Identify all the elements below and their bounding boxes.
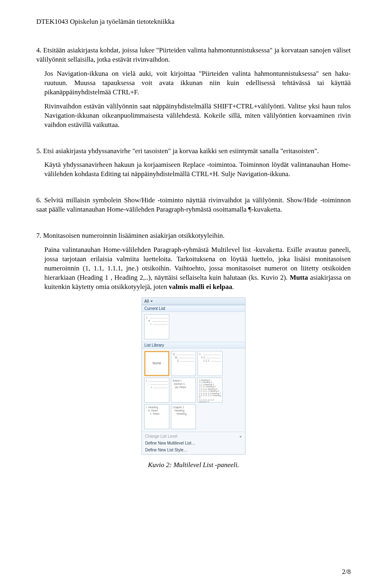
multilevel-list-panel: All Current List 1. a. i. List Library N… bbox=[141, 297, 246, 455]
panel-menu: Change List Level ▸ Define New Multileve… bbox=[142, 432, 245, 454]
panel-top-row[interactable]: All bbox=[142, 298, 245, 305]
list-item-4: 4. Etsitään asiakirjasta kohdat, joissa … bbox=[36, 46, 351, 130]
item-number: 7. bbox=[36, 232, 42, 239]
list-item-5: 5. Etsi asiakirjasta yhdyssanavirhe "eri… bbox=[36, 147, 351, 179]
opt-line: ▪ bbox=[151, 386, 152, 389]
opt-line: a. bbox=[148, 319, 151, 322]
document-page: DTEK1043 Opiskelun ja työelämän tietotek… bbox=[0, 0, 387, 588]
opt-line: 1. bbox=[146, 316, 148, 319]
list-option[interactable]: I. Heading A. Head 1. Head bbox=[144, 404, 169, 429]
section-list-library: List Library bbox=[142, 342, 245, 349]
item-7-p1: Monitasoisen numeroinnin lisääminen asia… bbox=[43, 232, 225, 239]
opt-line: 1) bbox=[173, 353, 175, 356]
list-option[interactable]: Chapter 1 Heading Heading bbox=[171, 404, 196, 429]
opt-line: I. Heading bbox=[146, 406, 158, 409]
opt-line: 1.1. bbox=[201, 356, 206, 359]
all-label: All bbox=[144, 299, 149, 303]
opt-line: Chapter 1 bbox=[173, 406, 184, 409]
opt-line: a) bbox=[175, 356, 177, 359]
item-7-p2b: Mutta bbox=[290, 274, 308, 281]
list-option[interactable]: Article I. Section 1. (a) Headi bbox=[171, 378, 196, 403]
list-option-none[interactable]: None bbox=[144, 351, 169, 376]
opt-line: • bbox=[146, 379, 147, 382]
item-number: 6. bbox=[36, 196, 42, 204]
opt-line: ◦ bbox=[148, 382, 149, 386]
opt-line: i. bbox=[151, 322, 152, 326]
opt-line: Heading bbox=[177, 412, 187, 416]
list-option[interactable]: 1) a) i) bbox=[171, 351, 196, 376]
chevron-right-icon: ▸ bbox=[240, 434, 242, 438]
item-5-p2: Käytä yhdyssanavirheen hakuun ja korjaam… bbox=[44, 160, 351, 179]
item-4-p2: Jos Navigation-ikkuna on vielä auki, voi… bbox=[44, 69, 351, 97]
opt-line: 1.1.1.1.1.1.1.1.1 Heading 9 bbox=[199, 399, 221, 403]
item-7-p2e: . bbox=[232, 283, 234, 291]
menu-change-list-level: Change List Level ▸ bbox=[142, 433, 245, 440]
list-item-6: 6. Selvitä millaisin symbolein Show/Hide… bbox=[36, 196, 351, 214]
list-option[interactable]: 1. 1.1. 1.1.1. bbox=[198, 351, 223, 376]
item-4-p1: Etsitään asiakirjasta kohdat, joissa luk… bbox=[36, 46, 351, 63]
section-current-list: Current List bbox=[142, 305, 245, 312]
item-7-p2d: valmis malli ei kelpaa bbox=[169, 283, 232, 291]
figure-caption: Kuvio 2: Multilevel List -paneeli. bbox=[36, 461, 351, 469]
opt-line: 1.1.1. bbox=[203, 359, 210, 362]
chevron-down-icon bbox=[150, 301, 153, 302]
opt-line: i) bbox=[177, 359, 179, 362]
opt-line: 1. Head bbox=[150, 412, 159, 416]
list-library-grid: None 1) a) i) 1. 1.1. 1.1.1. • ◦ ▪ bbox=[142, 349, 245, 432]
menu-define-new-list-style[interactable]: Define New List Style… bbox=[142, 447, 245, 453]
current-list-option[interactable]: 1. a. i. bbox=[144, 314, 169, 339]
page-number: 2/8 bbox=[342, 568, 351, 576]
none-label: None bbox=[152, 361, 161, 366]
opt-line: Article I. bbox=[173, 379, 182, 382]
list-option[interactable]: • ◦ ▪ bbox=[144, 378, 169, 403]
item-number: 4. bbox=[36, 46, 42, 54]
list-item-7: 7. Monitasoisen numeroinnin lisääminen a… bbox=[36, 231, 351, 292]
opt-line: (a) Headi bbox=[175, 386, 186, 389]
item-4-p3: Rivinvaihdon estävän välilyönnin saat nä… bbox=[44, 102, 351, 130]
list-option-heading-hierarchy[interactable]: 1 Heading 1 1.1 Heading 2 1.1.1 Heading … bbox=[198, 378, 223, 403]
item-number: 5. bbox=[36, 147, 42, 155]
item-5-p1: Etsi asiakirjasta yhdyssanavirhe "eri ta… bbox=[43, 147, 319, 155]
opt-line: A. Head bbox=[148, 409, 158, 412]
menu-label: Change List Level bbox=[145, 434, 177, 438]
current-list-grid: 1. a. i. bbox=[142, 312, 245, 342]
opt-line: Section 1. bbox=[174, 382, 185, 386]
item-7-p2: Paina valintanauhan Home-välilehden Para… bbox=[44, 245, 351, 292]
page-header: DTEK1043 Opiskelun ja työelämän tietotek… bbox=[36, 18, 351, 26]
opt-line: Heading bbox=[175, 409, 185, 412]
item-6-p1: Selvitä millaisin symbolein Show/Hide -t… bbox=[36, 196, 351, 213]
menu-define-new-multilevel-list[interactable]: Define New Multilevel List… bbox=[142, 440, 245, 447]
multilevel-list-panel-wrap: All Current List 1. a. i. List Library N… bbox=[36, 297, 351, 455]
opt-line: 1. bbox=[199, 353, 202, 356]
